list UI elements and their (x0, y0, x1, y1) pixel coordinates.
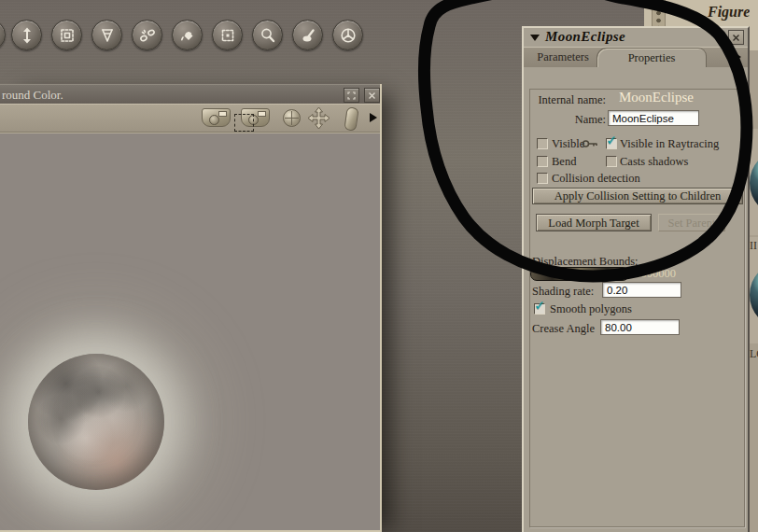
tab-properties[interactable]: Properties (597, 48, 707, 67)
displacement-min-dial[interactable] (530, 267, 629, 281)
face-camera-icon[interactable] (202, 108, 231, 127)
move-camera-icon[interactable] (305, 105, 332, 132)
translate-in-out-button[interactable] (11, 20, 42, 50)
shading-rate-input[interactable] (602, 282, 681, 298)
grouping-icon (218, 26, 237, 45)
roll-camera-icon[interactable] (344, 106, 358, 132)
panel-title: MoonEclipse (545, 29, 625, 45)
paint-bucket-icon (178, 26, 197, 45)
moon-object[interactable] (28, 354, 164, 490)
smooth-polygons-label: Smooth polygons (550, 302, 632, 316)
three-axis-icon (339, 26, 358, 45)
collapse-triangle-icon[interactable] (530, 35, 540, 41)
taper-icon (98, 26, 117, 45)
color-tool-button[interactable] (172, 20, 203, 50)
camera-flyout-arrow-icon[interactable] (370, 113, 377, 122)
close-icon (732, 34, 740, 42)
thumb-label: LO (750, 347, 758, 361)
magnifier-icon (259, 26, 277, 45)
trackball-icon[interactable] (283, 109, 301, 127)
library-strip: II LO (750, 0, 758, 532)
bend-checkbox[interactable] (537, 156, 548, 167)
maximize-button[interactable] (344, 88, 359, 103)
app-window: Figures round Color. (0, 0, 758, 532)
morphing-tool-button[interactable] (292, 20, 323, 50)
panel-flyout-arrow-icon[interactable] (734, 52, 741, 62)
bend-label: Bend (552, 155, 576, 169)
visible-in-raytracing-label: Visible in Raytracing (620, 137, 719, 151)
taper-tool-button[interactable] (91, 20, 122, 50)
scale-icon (58, 26, 77, 45)
chain-break-tool-button[interactable] (132, 20, 162, 50)
panel-tabbar: Parameters Properties (524, 47, 748, 67)
casts-shadows-label: Casts shadows (620, 155, 688, 169)
key-link-icon (582, 139, 602, 148)
filmstrip-icon (652, 0, 666, 26)
tab-parameters[interactable]: Parameters (524, 47, 602, 67)
window-close-button[interactable] (364, 88, 380, 103)
visible-in-raytracing-checkbox[interactable] (606, 138, 617, 149)
displacement-value: 0.000000 (632, 267, 676, 281)
direct-manipulation-button[interactable] (332, 20, 363, 50)
internal-name-label: Internal name: (533, 93, 606, 107)
document-title: round Color. (2, 88, 63, 103)
view-magnifier-button[interactable] (252, 20, 283, 50)
translate-in-out-icon (18, 26, 36, 45)
document-titlebar[interactable]: round Color. (0, 84, 380, 104)
collision-detection-checkbox[interactable] (537, 173, 548, 184)
camera-selection-outline (234, 114, 254, 132)
name-input[interactable] (608, 110, 699, 126)
smooth-polygons-checkbox[interactable] (534, 303, 545, 315)
apply-collision-button[interactable]: Apply Collision Setting to Children (532, 188, 743, 204)
load-morph-target-button[interactable]: Load Morph Target (536, 214, 652, 231)
crease-angle-label: Crease Angle (532, 322, 595, 336)
visible-checkbox[interactable] (537, 138, 548, 149)
panel-close-button[interactable] (728, 30, 744, 45)
library-tab-figures[interactable]: Figures (708, 4, 756, 21)
set-parent-button[interactable]: Set Parent (658, 214, 725, 231)
viewport (0, 133, 380, 530)
camera-controls-bar (0, 104, 380, 133)
grouping-tool-button[interactable] (212, 20, 243, 50)
hand-icon (299, 26, 317, 45)
partial-tool-button[interactable] (0, 20, 6, 50)
visible-label: Visible (552, 137, 584, 151)
library-header: Figures (644, 0, 758, 26)
properties-panel: MoonEclipse Parameters Properties Intern… (522, 26, 750, 532)
thumb-label: II (750, 239, 757, 253)
maximize-icon (347, 91, 356, 100)
shading-rate-label: Shading rate: (532, 285, 594, 299)
casts-shadows-checkbox[interactable] (606, 156, 617, 167)
close-icon (368, 91, 376, 100)
chain-break-icon (138, 26, 157, 45)
collision-detection-label: Collision detection (552, 172, 640, 186)
document-window: round Color. (0, 84, 382, 532)
crease-angle-input[interactable] (600, 319, 680, 335)
internal-name-value: MoonEclipse (619, 90, 694, 105)
name-label: Name: (533, 113, 606, 127)
library-strip-header (750, 0, 758, 50)
scale-tool-button[interactable] (51, 20, 82, 50)
